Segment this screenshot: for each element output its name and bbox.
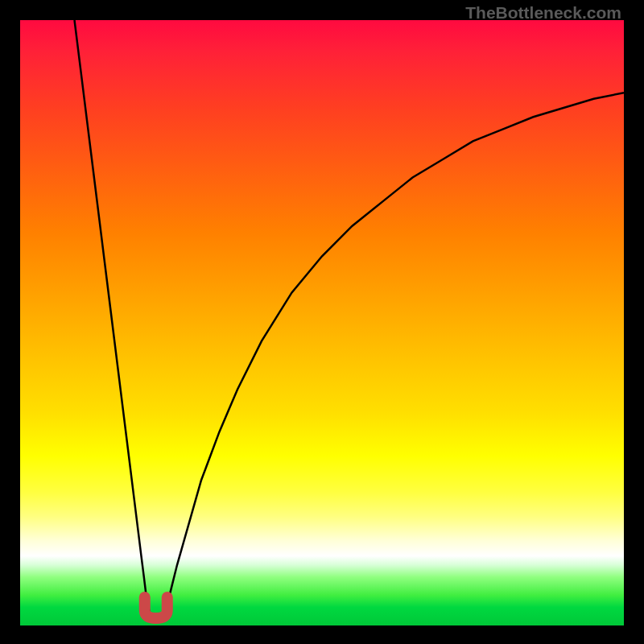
left-curve-branch: [75, 20, 151, 613]
dip-marker: [145, 597, 167, 618]
chart-gradient-area: [20, 20, 624, 625]
chart-curve-svg: [20, 20, 624, 625]
watermark-text: TheBottleneck.com: [465, 3, 621, 23]
right-curve-branch: [165, 93, 624, 613]
